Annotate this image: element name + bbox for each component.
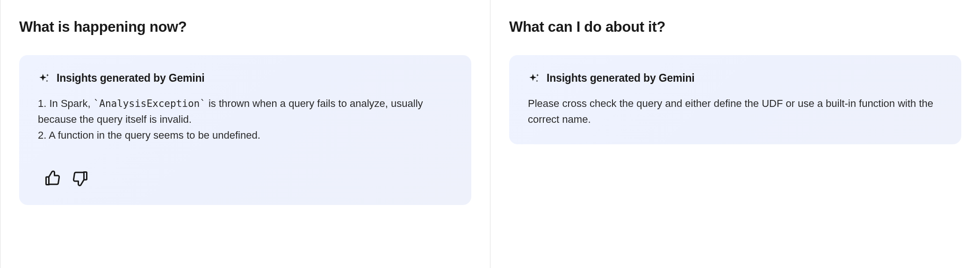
panel-heading-right: What can I do about it? (509, 19, 961, 35)
insights-header-right: Insights generated by Gemini (528, 72, 943, 85)
insights-body-left: 1. In Spark, `AnalysisException` is thro… (38, 96, 453, 143)
thumbs-down-button[interactable] (72, 170, 89, 188)
sparkle-icon (38, 72, 50, 85)
insight-line-2: 2. A function in the query seems to be u… (38, 127, 453, 143)
sparkle-icon (528, 72, 540, 85)
insights-container: What is happening now? Insights generate… (0, 0, 980, 268)
insights-card-right: Insights generated by Gemini Please cros… (509, 55, 961, 144)
thumbs-up-button[interactable] (43, 170, 61, 188)
thumbs-down-icon (72, 170, 89, 189)
insight-line-1-prefix: 1. In Spark, (38, 98, 94, 109)
insight-line-1-code: `AnalysisException` (94, 98, 206, 109)
panel-what-is-happening: What is happening now? Insights generate… (0, 0, 490, 268)
insights-title-right: Insights generated by Gemini (547, 72, 694, 85)
insights-card-left: Insights generated by Gemini 1. In Spark… (19, 55, 471, 205)
feedback-row (38, 170, 453, 188)
insights-header-left: Insights generated by Gemini (38, 72, 453, 85)
panel-heading-left: What is happening now? (19, 19, 471, 35)
insight-line-1: 1. In Spark, `AnalysisException` is thro… (38, 96, 453, 127)
thumbs-up-icon (44, 170, 61, 189)
insights-body-right: Please cross check the query and either … (528, 96, 943, 127)
panel-what-can-i-do: What can I do about it? Insights generat… (490, 0, 980, 268)
insights-title-left: Insights generated by Gemini (57, 72, 204, 85)
